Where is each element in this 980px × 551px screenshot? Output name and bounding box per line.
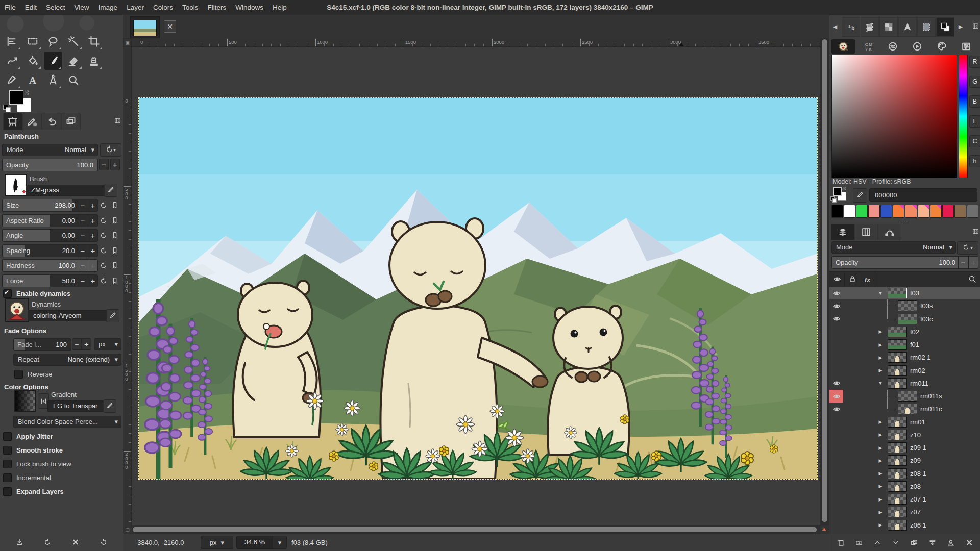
increase-button[interactable]: + <box>88 199 97 211</box>
layer-opacity-decrease[interactable]: − <box>958 257 968 268</box>
opacity-increase-button[interactable]: + <box>110 159 120 170</box>
blend-color-space-select[interactable]: Blend Color Space Perce... <box>13 416 121 428</box>
layer-thumbnail[interactable] <box>888 494 907 505</box>
scroll-tabs-right-icon[interactable]: ▶ <box>956 17 965 36</box>
palette-swatch-7[interactable] <box>918 205 929 218</box>
visibility-toggle[interactable] <box>829 429 843 441</box>
watercolor-selector-tab[interactable] <box>882 39 903 54</box>
layer-thumbnail[interactable] <box>888 365 907 376</box>
layer-row-rm011[interactable]: ▼rm011 <box>829 377 980 390</box>
decrease-button[interactable]: − <box>78 199 87 211</box>
cmyk-selector-tab[interactable]: CMYK <box>857 39 879 54</box>
layer-row-f03[interactable]: ▼f03 <box>829 287 980 299</box>
layer-thumbnail[interactable] <box>888 352 907 363</box>
layer-row-z10[interactable]: ▶z10 <box>829 429 980 441</box>
default-colors-icon[interactable] <box>3 105 10 112</box>
visibility-toggle[interactable] <box>829 506 843 518</box>
decrease-button[interactable]: − <box>78 245 87 257</box>
channel-B-button[interactable]: B <box>969 95 980 108</box>
visibility-toggle[interactable] <box>829 299 843 312</box>
reset-icon[interactable] <box>99 276 108 286</box>
edit-color-button[interactable] <box>853 188 867 203</box>
scales-selector-tab[interactable] <box>955 39 977 54</box>
layer-name[interactable]: z07 1 <box>910 493 926 506</box>
layer-row-z08-1[interactable]: ▶z08 1 <box>829 467 980 480</box>
palette-swatch-6[interactable] <box>905 205 917 218</box>
patterns-tab[interactable] <box>917 17 936 37</box>
layer-thumbnail[interactable] <box>888 442 907 453</box>
saturation-value-area[interactable] <box>831 55 957 178</box>
layer-opacity-increase[interactable]: + <box>968 257 978 268</box>
palette-swatch-11[interactable] <box>967 205 978 218</box>
layer-thumbnail[interactable] <box>888 288 907 298</box>
layer-row-rm011s[interactable]: rm011s <box>829 390 980 403</box>
fg-bg-mini-widget[interactable]: ⤨ <box>831 187 852 204</box>
palette-swatch-5[interactable] <box>893 205 904 218</box>
image-tab[interactable] <box>130 16 160 39</box>
layer-row-z08[interactable]: ▶z08 <box>829 480 980 493</box>
visibility-toggle[interactable] <box>829 480 843 493</box>
menu-help[interactable]: Help <box>268 0 291 15</box>
menu-layer[interactable]: Layer <box>122 0 149 15</box>
vscroll-thumb[interactable] <box>822 39 827 522</box>
unit-select[interactable]: px <box>201 536 233 549</box>
foreground-color-swatch[interactable] <box>9 90 23 105</box>
layer-thumbnail[interactable] <box>898 300 917 311</box>
visibility-toggle[interactable] <box>829 313 843 325</box>
paintbrush-tool[interactable] <box>44 52 62 70</box>
reverse-checkbox[interactable]: Reverse <box>14 370 52 379</box>
expand-icon[interactable]: ▶ <box>876 338 885 351</box>
enable-dynamics-checkbox[interactable]: Enable dynamics <box>3 289 70 298</box>
fade-length-slider[interactable]: Fade l... 100 <box>13 338 71 351</box>
new-group-button[interactable] <box>852 536 866 549</box>
rectangle-select-tool[interactable] <box>23 32 42 51</box>
expand-icon[interactable]: ▶ <box>876 351 885 364</box>
expand-icon[interactable]: ▶ <box>876 506 885 518</box>
layer-name[interactable]: z09 1 <box>910 441 926 454</box>
palette-selector-tab[interactable] <box>931 39 952 54</box>
zoom-level[interactable]: 34.6 % <box>236 536 273 549</box>
gradient-thumbnail[interactable] <box>14 390 36 412</box>
layer-row-z06-1[interactable]: ▶z06 1 <box>829 519 980 532</box>
eraser-tool[interactable] <box>64 52 83 70</box>
layer-thumbnail[interactable] <box>888 327 907 337</box>
mode-reset-button[interactable]: ▾ <box>100 143 121 157</box>
option-incremental-checkbox[interactable]: Incremental <box>3 473 51 482</box>
delete-layer-button[interactable] <box>963 536 976 549</box>
merge-down-button[interactable] <box>926 536 939 549</box>
increase-button[interactable]: + <box>88 245 97 257</box>
visibility-toggle[interactable] <box>829 390 843 403</box>
expand-icon[interactable]: ▶ <box>876 325 885 338</box>
gradient-name[interactable]: FG to Transpar <box>47 400 107 412</box>
layer-thumbnail[interactable] <box>898 391 917 402</box>
layer-name[interactable]: rm011 <box>910 377 928 390</box>
edit-brush-button[interactable] <box>104 184 117 197</box>
layer-row-z09[interactable]: ▶z09 <box>829 454 980 467</box>
search-icon[interactable] <box>966 273 978 286</box>
increase-button[interactable]: + <box>88 230 97 241</box>
expand-icon[interactable]: ▶ <box>876 441 885 454</box>
text-tool[interactable]: A <box>23 71 42 89</box>
layer-row-f02[interactable]: ▶f02 <box>829 325 980 338</box>
layer-thumbnail[interactable] <box>888 339 907 350</box>
hue-slider[interactable] <box>959 55 968 178</box>
lower-layer-button[interactable] <box>889 536 902 549</box>
palette-swatch-1[interactable] <box>844 205 855 218</box>
wheel-selector-tab[interactable] <box>906 39 928 54</box>
scroll-tabs-left-icon[interactable]: ◀ <box>830 17 840 36</box>
option-size-slider[interactable]: Size298.00−+ <box>2 199 98 212</box>
layer-mode-select[interactable]: Mode Normal <box>831 241 956 254</box>
layer-name[interactable]: rm01 <box>910 416 925 429</box>
layer-row-f01[interactable]: ▶f01 <box>829 338 980 351</box>
visibility-toggle[interactable] <box>829 338 843 351</box>
option-hardness-slider[interactable]: Hardness100.0−+ <box>2 259 98 272</box>
menu-file[interactable]: File <box>0 0 20 15</box>
duplicate-layer-button[interactable] <box>908 536 921 549</box>
layer-mode-reset-button[interactable]: ▾ <box>957 241 978 255</box>
visibility-toggle[interactable] <box>829 351 843 364</box>
navigation-icon[interactable]: ➤ <box>820 525 829 534</box>
visibility-toggle[interactable] <box>829 403 843 415</box>
palette-swatch-0[interactable] <box>831 205 843 218</box>
layer-thumbnail[interactable] <box>888 481 907 492</box>
layer-thumbnail[interactable] <box>898 314 917 324</box>
